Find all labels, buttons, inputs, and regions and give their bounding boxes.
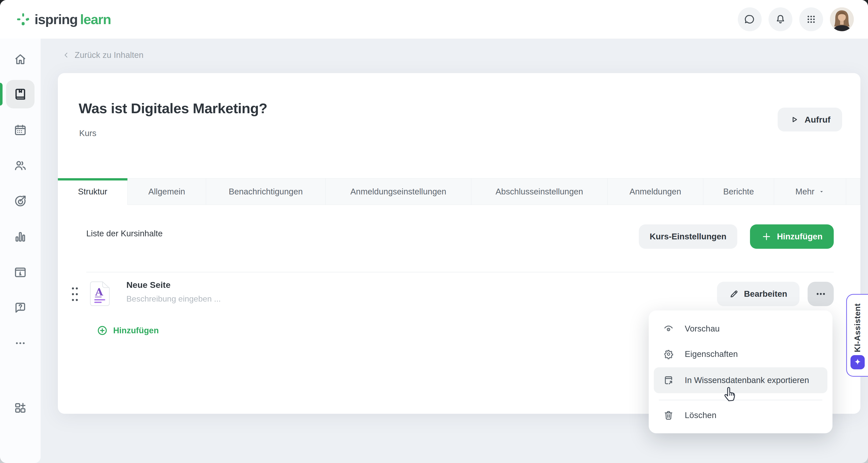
course-header-card: Was ist Digitales Marketing? Kurs Aufruf	[58, 73, 860, 178]
info-window-icon	[13, 266, 27, 279]
gear-icon	[663, 348, 674, 360]
open-course-button[interactable]: Aufruf	[778, 107, 842, 131]
sidebar-item-addons[interactable]	[6, 394, 34, 422]
top-header: ispringlearn	[0, 0, 868, 38]
ai-assistant-tab[interactable]: KI-Assistent	[846, 294, 868, 377]
calendar-icon	[13, 123, 27, 137]
page-document-icon[interactable]: A	[89, 281, 110, 306]
menu-divider	[659, 400, 822, 400]
menu-item-vorschau[interactable]: Vorschau	[649, 316, 833, 341]
content-item-description[interactable]: Beschreibung eingeben ...	[126, 294, 221, 304]
pencil-icon	[729, 289, 739, 299]
ellipsis-icon	[815, 288, 827, 300]
home-icon	[13, 52, 27, 66]
plus-icon	[761, 231, 772, 242]
plus-circle-icon	[96, 325, 108, 336]
menu-item-export-wissensdatenbank[interactable]: In Wissensdatenbank exportieren	[654, 367, 827, 393]
users-icon	[13, 159, 27, 172]
sparkle-icon	[850, 355, 865, 369]
drag-handle-icon[interactable]	[69, 284, 81, 304]
sidebar-item-more[interactable]	[6, 329, 34, 358]
chevron-left-icon	[62, 51, 70, 59]
chat-bubble-icon	[744, 13, 755, 25]
cursor-pointer-icon	[723, 384, 739, 402]
course-type-label: Kurs	[79, 128, 96, 138]
sidebar-item-users[interactable]	[6, 151, 34, 180]
ispring-spinner-icon	[16, 12, 30, 27]
play-icon	[789, 115, 799, 124]
menu-item-eigenschaften[interactable]: Eigenschaften	[649, 341, 833, 367]
messages-button[interactable]	[738, 7, 762, 31]
bell-icon	[775, 13, 786, 25]
ispring-learn-logo[interactable]: ispringlearn	[16, 0, 111, 38]
sidebar-item-home[interactable]	[6, 45, 34, 73]
apps-menu-button[interactable]	[799, 7, 823, 31]
tab-anmeldungseinstellungen[interactable]: Anmeldungseinstellungen	[326, 178, 471, 205]
ai-assistant-label: KI-Assistent	[853, 303, 862, 352]
sidebar-item-calendar[interactable]	[6, 116, 34, 145]
content-item-title[interactable]: Neue Seite	[126, 280, 170, 290]
add-item-link[interactable]: Hinzufügen	[96, 325, 159, 336]
help-bubble-icon	[13, 301, 27, 315]
notifications-button[interactable]	[769, 7, 793, 31]
bar-chart-icon	[13, 230, 27, 244]
eye-preview-icon	[663, 323, 674, 334]
add-content-button[interactable]: Hinzufügen	[750, 224, 834, 249]
sidebar-item-goals[interactable]	[6, 187, 34, 215]
item-more-button[interactable]	[808, 282, 834, 306]
tab-overflow-sliver	[846, 178, 860, 205]
grid-dots-icon	[806, 14, 817, 25]
tab-abschlusseinstellungen[interactable]: Abschlusseinstellungen	[471, 178, 607, 205]
course-tabs: Struktur Allgemein Benachrichtigungen An…	[58, 178, 860, 205]
sidebar-item-reports[interactable]	[6, 223, 34, 251]
tab-anmeldungen[interactable]: Anmeldungen	[607, 178, 703, 205]
item-context-menu: Vorschau Eigenschaften In Wissensdatenba…	[649, 310, 833, 433]
user-avatar[interactable]	[830, 7, 854, 31]
page-title: Was ist Digitales Marketing?	[79, 100, 267, 117]
list-heading: Liste der Kursinhalte	[86, 229, 163, 238]
trash-icon	[663, 410, 674, 421]
tab-allgemein[interactable]: Allgemein	[127, 178, 206, 205]
sidebar-item-courses[interactable]	[6, 80, 34, 109]
tab-mehr[interactable]: Mehr	[774, 178, 846, 205]
breadcrumb[interactable]: Zurück zu Inhalten	[62, 50, 144, 60]
export-icon	[663, 375, 674, 386]
list-divider	[86, 272, 834, 272]
edit-button[interactable]: Bearbeiten	[717, 282, 800, 306]
add-widget-icon	[13, 401, 27, 415]
active-item-indicator	[0, 83, 3, 105]
course-settings-button[interactable]: Kurs-Einstellungen	[639, 224, 737, 249]
sidebar-item-knowledge-base[interactable]	[6, 258, 34, 286]
tab-benachrichtigungen[interactable]: Benachrichtigungen	[206, 178, 326, 205]
breadcrumb-label: Zurück zu Inhalten	[74, 50, 144, 60]
tab-struktur[interactable]: Struktur	[58, 178, 127, 205]
svg-text:A: A	[95, 286, 103, 298]
app-window: ispringlearn	[0, 0, 868, 463]
book-icon	[13, 87, 27, 101]
sidebar-item-support[interactable]	[6, 294, 34, 322]
ellipsis-icon	[13, 336, 27, 350]
logo-wordmark: ispringlearn	[34, 11, 111, 27]
sidebar-nav	[0, 38, 41, 463]
tab-berichte[interactable]: Berichte	[703, 178, 774, 205]
menu-item-loeschen[interactable]: Löschen	[649, 403, 833, 428]
target-arrow-icon	[13, 194, 27, 208]
chevron-down-icon	[818, 189, 825, 195]
